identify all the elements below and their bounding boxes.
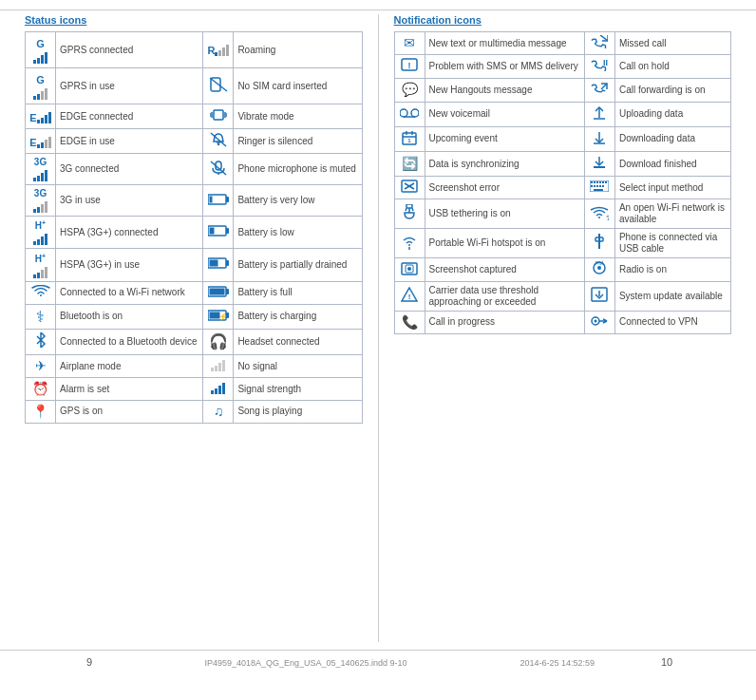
wifi-hotspot-label: Portable Wi-Fi hotspot is on (425, 229, 584, 258)
icon-cell (203, 104, 234, 129)
gprs-in-use-icon: G (29, 71, 51, 100)
hspa-connected-icon: H+ (33, 220, 47, 244)
table-row: Connected to a Bluetooth device 🎧 Headse… (26, 329, 363, 354)
icon-cell (203, 378, 234, 401)
table-row: 3G 3G connected Phone microphone is mute… (26, 154, 363, 185)
icon-cell (203, 68, 234, 104)
call-hold-icon: II (591, 59, 608, 74)
icon-cell: H+ (26, 217, 56, 249)
call-fwd-label: Call forwarding is on (614, 78, 730, 102)
input-method-label: Select input method (614, 177, 730, 199)
icon-cell: ? (584, 199, 614, 229)
icon-cell: G (26, 32, 56, 68)
svg-rect-64 (406, 204, 412, 208)
table-row: ✉ New text or multimedia message Missed … (394, 32, 731, 55)
dl-done-label: Download finished (614, 152, 730, 177)
bluetooth-on-icon: ⚕ (36, 309, 45, 325)
airplane-mode-icon: ✈ (35, 358, 47, 373)
new-msg-icon: ✉ (404, 35, 415, 50)
headset-connected-label: Headset connected (234, 329, 362, 354)
call-progress-label: Call in progress (425, 311, 584, 333)
table-row: Connected to a Wi-Fi network Battery is … (26, 281, 363, 304)
battery-vlow-icon (208, 197, 229, 207)
table-row: USB tethering is on ? An open Wi-Fi netw… (394, 199, 731, 229)
bt-device-icon (33, 334, 48, 350)
wifi-avail-label: An open Wi-Fi network is available (614, 199, 730, 229)
icon-cell: 1 (394, 126, 425, 152)
notification-icons-title: Notification icons (394, 14, 732, 26)
usb-tether-icon (403, 207, 416, 222)
radio-icon: FM (591, 264, 608, 277)
3g-in-use-icon: 3G (33, 188, 47, 212)
icon-cell (203, 185, 234, 217)
svg-rect-59 (594, 185, 595, 187)
alarm-label: Alarm is set (56, 378, 203, 401)
hspa-in-use-icon: H+ (33, 254, 47, 277)
svg-line-1 (210, 78, 227, 91)
svg-rect-63 (594, 189, 603, 191)
gps-on-label: GPS is on (56, 401, 203, 424)
svg-rect-61 (599, 185, 601, 187)
wifi-avail-icon: ? (590, 212, 609, 222)
icon-cell (584, 32, 614, 55)
battery-partial-label: Battery is partially drained (234, 249, 362, 281)
notification-icons-section: Notification icons ✉ New text or multime… (379, 14, 740, 642)
svg-rect-60 (596, 185, 598, 187)
signal-strength-label: Signal strength (234, 378, 362, 401)
battery-charging-icon: ⚡ (208, 312, 229, 323)
icon-cell (584, 102, 614, 126)
icon-cell: 📍 (26, 401, 56, 424)
icon-cell (584, 126, 614, 152)
icon-cell: 3G (26, 185, 56, 217)
table-row: G GPRS in use No SIM card inserted (26, 68, 363, 104)
table-row: ⚕ Bluetooth is on ⚡ Battery is charging (26, 304, 363, 329)
svg-rect-21 (209, 260, 217, 267)
svg-text:?: ? (606, 214, 609, 220)
call-hold-label: Call on hold (614, 55, 730, 79)
sms-problem-icon: ! (401, 59, 418, 74)
screenshot-label: Screenshot captured (425, 258, 584, 281)
upload-label: Uploading data (614, 102, 730, 126)
icon-cell (394, 199, 425, 229)
battery-full-icon (208, 289, 229, 299)
mic-muted-label: Phone microphone is muted (234, 154, 362, 185)
edge-connected-label: EDGE connected (56, 104, 203, 129)
usb-cable-label: Phone is connected via USB cable (614, 229, 730, 258)
table-row: 3G 3G in use Battery is very low (26, 185, 363, 217)
gprs-connected-label: GPRS connected (56, 32, 203, 68)
icon-cell: ! (394, 55, 425, 79)
icon-cell (203, 281, 234, 304)
vibrate-icon (210, 114, 227, 124)
icon-cell (26, 281, 56, 304)
bluetooth-on-label: Bluetooth is on (56, 304, 203, 329)
icon-cell (203, 249, 234, 281)
icon-cell: ✈ (26, 355, 56, 378)
wifi-connected-label: Connected to a Wi-Fi network (56, 281, 203, 304)
page-container: Status icons G GPRS connected R (0, 0, 756, 700)
bottom-bar: 9 IP4959_4018A_QG_Eng_USA_05_140625.indd… (0, 650, 756, 672)
svg-rect-18 (209, 228, 214, 235)
top-border (0, 9, 756, 10)
icon-cell: 📞 (394, 311, 425, 333)
wifi-connected-icon (31, 290, 50, 300)
svg-line-29 (600, 35, 608, 41)
vibrate-label: Vibrate mode (234, 104, 362, 129)
missed-call-label: Missed call (614, 32, 730, 55)
bt-device-label: Connected to a Bluetooth device (56, 329, 203, 354)
edge-connected-icon: E (29, 109, 50, 123)
icon-cell (203, 154, 234, 185)
icon-cell: ⚡ (203, 304, 234, 329)
table-row: Screenshot captured FM Radio is on (394, 258, 731, 281)
icon-cell (584, 78, 614, 102)
event-icon: 1 (402, 133, 417, 148)
svg-rect-57 (605, 181, 607, 183)
icon-cell: II (584, 55, 614, 79)
sync-icon: 🔄 (402, 156, 418, 171)
hspa-in-use-label: HSPA (3G+) in use (56, 249, 203, 281)
icon-cell (203, 355, 234, 378)
gprs-connected-icon: G (29, 35, 51, 64)
icon-cell (394, 258, 425, 281)
3g-in-use-label: 3G in use (56, 185, 203, 217)
new-msg-label: New text or multimedia message (425, 32, 584, 55)
table-row: 📞 Call in progress Connected to VPN (394, 311, 731, 333)
